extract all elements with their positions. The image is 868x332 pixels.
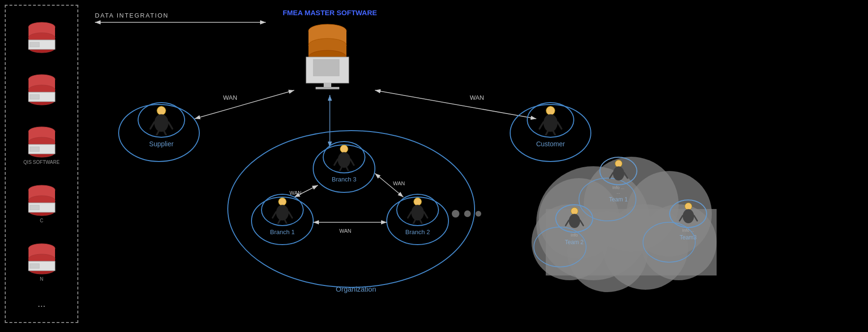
branch2-label: Branch 2 xyxy=(405,228,430,236)
svg-point-115 xyxy=(571,208,578,215)
svg-line-85 xyxy=(156,131,159,135)
software-item-more: ... xyxy=(13,298,70,309)
branch1-figure: Branch 1 xyxy=(261,194,304,236)
svg-line-121 xyxy=(679,216,682,221)
svg-line-42 xyxy=(375,90,536,119)
svg-rect-78 xyxy=(313,59,339,76)
svg-line-101 xyxy=(272,212,276,218)
team2-figure: Info Team 2 xyxy=(555,204,593,246)
software-item-5: N xyxy=(13,240,70,282)
svg-line-97 xyxy=(339,167,342,171)
svg-point-87 xyxy=(546,106,555,115)
fmea-server-svg xyxy=(289,21,370,90)
diagram-area: WAN WAN WAN WAN WAN xyxy=(85,0,868,332)
branch1-label: Branch 1 xyxy=(270,228,295,236)
svg-point-82 xyxy=(154,114,168,132)
server-icon-5 xyxy=(20,240,63,275)
server-icon-2 xyxy=(20,71,63,106)
svg-point-59 xyxy=(476,211,481,217)
svg-text:WAN: WAN xyxy=(393,180,405,186)
branch2-figure: Branch 2 xyxy=(396,194,439,236)
software-item-1 xyxy=(13,19,70,54)
more-label: ... xyxy=(37,298,46,309)
server-icon-qis xyxy=(20,123,63,159)
team2-label: Team 2 xyxy=(565,239,583,246)
team3-info: Info ... xyxy=(682,228,694,233)
svg-rect-27 xyxy=(30,205,39,210)
svg-line-96 xyxy=(350,159,354,165)
svg-point-88 xyxy=(543,114,558,132)
fmea-server xyxy=(289,21,370,90)
svg-line-107 xyxy=(408,212,411,218)
branch2-person-icon xyxy=(403,196,432,224)
left-panel: QIS SOFTWARE C N ... xyxy=(5,5,78,323)
supplier-oval xyxy=(138,102,185,138)
svg-line-91 xyxy=(545,131,548,135)
qis-label: QIS SOFTWARE xyxy=(23,160,59,165)
team3-oval xyxy=(669,199,707,228)
svg-line-118 xyxy=(580,220,583,226)
software-item-qis: QIS SOFTWARE xyxy=(13,123,70,165)
svg-text:WAN: WAN xyxy=(223,94,237,101)
svg-point-94 xyxy=(338,152,351,168)
svg-rect-34 xyxy=(30,264,39,268)
customer-oval xyxy=(527,102,574,138)
server-icon-4 xyxy=(20,181,63,217)
n-label: N xyxy=(40,276,43,282)
customer-figure: Customer xyxy=(527,102,574,148)
customer-label: Customer xyxy=(536,140,565,148)
team2-oval xyxy=(555,204,593,233)
supplier-person-icon xyxy=(145,104,178,135)
branch3-oval xyxy=(323,141,365,173)
server-icon-1 xyxy=(20,19,63,54)
svg-line-40 xyxy=(195,90,294,119)
svg-point-58 xyxy=(464,210,471,217)
team1-info: Info ...... xyxy=(612,185,624,195)
team2-info: Info xyxy=(570,233,578,237)
svg-point-57 xyxy=(452,210,459,218)
diagram-svg: WAN WAN WAN WAN WAN xyxy=(85,0,868,332)
svg-line-84 xyxy=(168,122,172,129)
fmea-title: FMEA MASTER SOFTWARE xyxy=(273,9,387,17)
team3-label: Team3 xyxy=(680,234,697,241)
svg-line-92 xyxy=(553,131,556,135)
svg-point-106 xyxy=(411,205,424,220)
team1-label: Team 1 xyxy=(609,196,627,203)
svg-line-102 xyxy=(289,212,292,218)
svg-point-111 xyxy=(615,160,622,167)
svg-line-83 xyxy=(150,122,154,129)
svg-line-108 xyxy=(424,212,427,218)
svg-line-86 xyxy=(164,131,167,135)
supplier-figure: Supplier xyxy=(138,102,185,148)
svg-line-104 xyxy=(285,220,287,224)
svg-rect-80 xyxy=(316,87,339,89)
svg-line-110 xyxy=(420,220,422,224)
svg-point-119 xyxy=(685,203,692,210)
svg-line-90 xyxy=(558,122,561,129)
branch3-figure: Branch 3 xyxy=(323,141,365,183)
branch3-person-icon xyxy=(329,143,359,171)
svg-point-100 xyxy=(276,205,289,220)
svg-rect-6 xyxy=(30,42,39,47)
svg-point-93 xyxy=(340,145,348,153)
svg-line-109 xyxy=(413,220,415,224)
svg-point-99 xyxy=(279,198,287,206)
svg-line-113 xyxy=(609,173,613,178)
branch2-oval xyxy=(396,194,439,226)
svg-point-112 xyxy=(613,166,624,180)
svg-line-114 xyxy=(624,173,627,178)
data-integration-label: DATA INTEGRATION xyxy=(95,12,169,19)
customer-person-icon xyxy=(534,104,567,135)
team1-oval xyxy=(599,157,637,185)
svg-line-89 xyxy=(540,122,543,129)
team3-figure: Info ... Team3 xyxy=(669,199,707,241)
software-item-2 xyxy=(13,71,70,106)
organization-label: Organization xyxy=(318,285,394,293)
svg-line-95 xyxy=(334,159,337,165)
team2-person-icon xyxy=(561,206,588,231)
svg-text:WAN: WAN xyxy=(339,228,351,234)
svg-text:WAN: WAN xyxy=(470,94,484,101)
branch1-person-icon xyxy=(268,196,297,224)
team3-person-icon xyxy=(675,201,701,226)
svg-point-105 xyxy=(414,198,422,206)
